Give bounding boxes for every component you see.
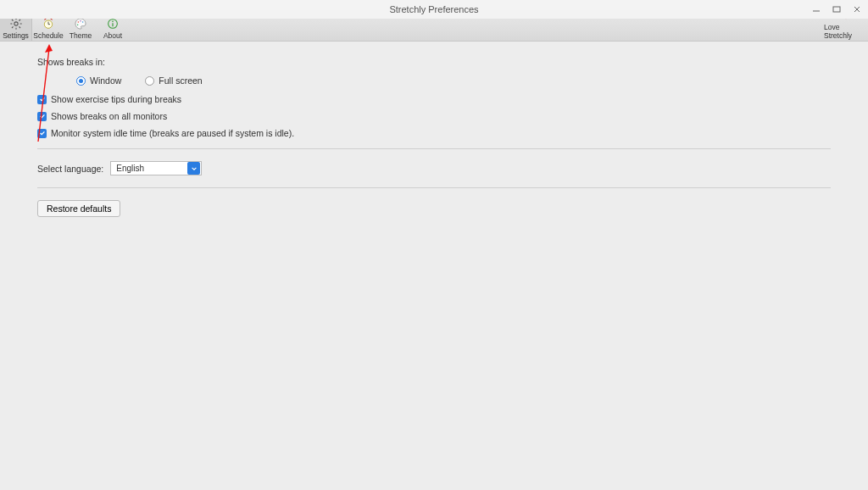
select-value: English bbox=[116, 164, 144, 173]
palette-icon bbox=[74, 17, 87, 31]
toolbar-label: Schedule bbox=[33, 31, 63, 40]
toolbar: Settings Schedule Theme About Love Stret… bbox=[0, 19, 868, 42]
toolbar-love-stretchly[interactable]: Love Stretchly bbox=[824, 19, 868, 41]
select-language-label: Select language: bbox=[37, 164, 103, 174]
radio-fullscreen[interactable]: Full screen bbox=[145, 75, 202, 86]
toolbar-tab-theme[interactable]: Theme bbox=[64, 19, 97, 41]
shows-breaks-in-label: Shows breaks in: bbox=[37, 57, 831, 67]
svg-point-16 bbox=[78, 21, 79, 22]
shows-breaks-in-group: Window Full screen bbox=[76, 75, 831, 86]
svg-line-9 bbox=[12, 19, 14, 21]
svg-point-21 bbox=[112, 21, 114, 23]
chevron-down-icon bbox=[187, 162, 200, 175]
toolbar-tab-schedule[interactable]: Schedule bbox=[32, 19, 64, 41]
checkbox-label: Show exercise tips during breaks bbox=[51, 94, 181, 104]
button-label: Restore defaults bbox=[47, 203, 111, 214]
minimize-button[interactable] bbox=[810, 3, 822, 15]
radio-label: Full screen bbox=[159, 75, 202, 86]
toolbar-label: Love Stretchly bbox=[824, 23, 868, 40]
svg-point-18 bbox=[82, 21, 83, 22]
checkbox-all-monitors[interactable]: Shows breaks on all monitors bbox=[37, 111, 831, 121]
checkbox-checked-icon bbox=[37, 95, 47, 104]
settings-panel: Shows breaks in: Window Full screen Show… bbox=[0, 42, 868, 232]
radio-label: Window bbox=[90, 75, 121, 86]
svg-point-19 bbox=[77, 25, 78, 25]
toolbar-label: About bbox=[103, 31, 122, 40]
clock-icon bbox=[42, 17, 55, 31]
info-icon bbox=[106, 17, 120, 31]
svg-rect-1 bbox=[833, 7, 840, 12]
divider bbox=[37, 187, 831, 188]
svg-point-17 bbox=[80, 20, 81, 21]
toolbar-label: Settings bbox=[3, 31, 29, 40]
title-bar: Stretchly Preferences bbox=[0, 0, 868, 19]
close-button[interactable] bbox=[851, 3, 863, 15]
divider bbox=[37, 148, 831, 149]
radio-unselected-icon bbox=[145, 76, 154, 86]
restore-defaults-button[interactable]: Restore defaults bbox=[37, 200, 120, 217]
svg-line-11 bbox=[19, 19, 20, 21]
svg-line-12 bbox=[12, 26, 14, 28]
gear-icon bbox=[9, 17, 23, 31]
checkbox-label: Shows breaks on all monitors bbox=[51, 111, 167, 121]
svg-point-4 bbox=[14, 22, 17, 25]
checkbox-checked-icon bbox=[37, 112, 47, 121]
window-controls bbox=[810, 0, 863, 19]
toolbar-tab-settings[interactable]: Settings bbox=[0, 19, 32, 41]
toolbar-tab-about[interactable]: About bbox=[97, 19, 129, 41]
window-title: Stretchly Preferences bbox=[389, 4, 478, 14]
language-row: Select language: English bbox=[37, 161, 831, 175]
toolbar-spacer bbox=[129, 19, 824, 41]
maximize-button[interactable] bbox=[831, 3, 843, 15]
radio-window[interactable]: Window bbox=[76, 75, 121, 86]
checkbox-monitor-idle[interactable]: Monitor system idle time (breaks are pau… bbox=[37, 128, 831, 138]
checkbox-exercise-tips[interactable]: Show exercise tips during breaks bbox=[37, 94, 831, 104]
checkbox-checked-icon bbox=[37, 129, 47, 138]
radio-selected-icon bbox=[76, 76, 86, 86]
checkbox-label: Monitor system idle time (breaks are pau… bbox=[51, 128, 294, 138]
svg-line-10 bbox=[19, 26, 20, 28]
language-select[interactable]: English bbox=[110, 161, 202, 175]
toolbar-label: Theme bbox=[70, 31, 92, 40]
